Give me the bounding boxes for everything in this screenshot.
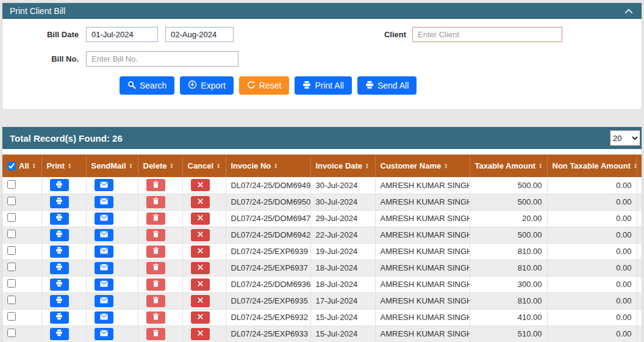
cancel-button[interactable]	[191, 278, 210, 291]
header-invoice-date[interactable]: Invoice Date▲▼	[310, 155, 375, 177]
trash-icon	[152, 296, 159, 305]
delete-button[interactable]	[146, 311, 165, 324]
cancel-button[interactable]	[191, 328, 210, 340]
header-print[interactable]: Print▲▼	[41, 155, 86, 177]
close-icon	[197, 230, 204, 239]
print-button[interactable]	[50, 179, 69, 191]
sendmail-button[interactable]	[95, 246, 113, 258]
page-size-select[interactable]: 20	[610, 130, 640, 146]
invoice-no-cell: DL07/24-25/DOM6950	[226, 194, 310, 210]
reset-icon	[247, 81, 256, 91]
delete-button[interactable]	[146, 328, 165, 340]
bill-no-input[interactable]	[86, 51, 238, 67]
row-delete-cell	[138, 227, 182, 243]
cancel-button[interactable]	[191, 295, 210, 307]
sendmail-button[interactable]	[95, 213, 113, 225]
export-icon	[188, 80, 197, 91]
row-checkbox[interactable]	[7, 296, 16, 304]
export-button[interactable]: Export	[180, 76, 233, 95]
row-checkbox[interactable]	[7, 230, 16, 238]
table-row: DL07/24-25/EXP6935 17-Jul-2024 AMRESH KU…	[2, 293, 642, 309]
print-button[interactable]	[50, 311, 69, 324]
print-button[interactable]	[50, 295, 69, 307]
print-button[interactable]	[50, 213, 69, 225]
header-invoice-no[interactable]: Invocie No▲▼	[226, 155, 310, 177]
row-select-cell	[2, 293, 41, 309]
sendmail-button[interactable]	[95, 295, 113, 307]
header-delete[interactable]: Delete▲▼	[138, 155, 182, 177]
sendmail-button[interactable]	[95, 328, 113, 340]
header-non-taxable-amount[interactable]: Non Taxable Amount▲▼	[547, 155, 637, 177]
row-sendmail-cell	[86, 227, 138, 243]
print-button[interactable]	[50, 196, 69, 208]
non-taxable-amount-cell: 0.00	[547, 227, 637, 243]
trash-icon	[152, 280, 159, 289]
send-all-button[interactable]: Send All	[357, 76, 417, 95]
sendmail-button[interactable]	[95, 278, 113, 291]
row-print-cell	[41, 293, 86, 309]
delete-button[interactable]	[146, 278, 165, 291]
cancel-button[interactable]	[191, 246, 210, 258]
select-all-checkbox[interactable]	[7, 162, 16, 170]
header-all[interactable]: All▲▼	[2, 155, 41, 177]
print-button[interactable]	[50, 278, 69, 291]
print-button[interactable]	[50, 229, 69, 241]
printer-icon	[55, 247, 63, 256]
cancel-button[interactable]	[191, 196, 210, 208]
sendmail-button[interactable]	[95, 311, 113, 324]
sendmail-button[interactable]	[95, 229, 113, 241]
delete-button[interactable]	[146, 229, 165, 241]
bill-date-from-input[interactable]	[86, 27, 158, 42]
customer-name-cell: AMRESH KUMAR SINGH	[375, 293, 470, 309]
row-sendmail-cell	[86, 309, 138, 326]
extra-cell	[637, 177, 642, 194]
header-sendmail[interactable]: SendMail▲▼	[86, 155, 138, 177]
cancel-button[interactable]	[191, 213, 210, 225]
print-button[interactable]	[50, 246, 69, 258]
header-customer-name[interactable]: Customer Name▲▼	[375, 155, 470, 177]
row-checkbox[interactable]	[7, 329, 16, 337]
collapse-chevron-up-icon[interactable]	[624, 6, 633, 16]
bill-date-to-input[interactable]	[165, 27, 234, 42]
delete-button[interactable]	[146, 246, 165, 258]
delete-button[interactable]	[146, 213, 165, 225]
cancel-button[interactable]	[191, 262, 210, 274]
non-taxable-amount-cell: 0.00	[547, 276, 637, 293]
print-button[interactable]	[50, 328, 69, 340]
invoice-no-cell: DL07/24-25/EXP6933	[226, 326, 310, 342]
sendmail-button[interactable]	[95, 196, 113, 208]
row-checkbox[interactable]	[7, 246, 16, 255]
print-button[interactable]	[50, 262, 69, 274]
delete-button[interactable]	[146, 196, 165, 208]
results-panel: Total Record(s) Found: 26 20 All▲▼ Print…	[2, 126, 642, 342]
search-button[interactable]: Search	[120, 76, 174, 95]
invoice-no-cell: DL07/24-25/DOM6947	[226, 210, 310, 227]
row-checkbox[interactable]	[7, 180, 16, 189]
trash-icon	[152, 313, 159, 322]
row-checkbox[interactable]	[7, 312, 16, 321]
cancel-button[interactable]	[191, 229, 210, 241]
row-checkbox[interactable]	[7, 279, 16, 288]
print-all-button[interactable]: Print All	[295, 76, 351, 95]
cancel-button[interactable]	[191, 311, 210, 324]
sort-icon: ▲▼	[170, 163, 174, 169]
sendmail-button[interactable]	[95, 262, 113, 274]
row-select-cell	[2, 177, 41, 194]
row-delete-cell	[138, 293, 182, 309]
delete-button[interactable]	[146, 262, 165, 274]
row-checkbox[interactable]	[7, 213, 16, 222]
row-checkbox[interactable]	[7, 197, 16, 205]
table-row: DL07/24-25/EXP6933 15-Jul-2024 AMRESH KU…	[2, 326, 642, 342]
header-taxable-amount[interactable]: Taxable Amount▲▼	[470, 155, 547, 177]
row-checkbox[interactable]	[7, 263, 16, 271]
delete-button[interactable]	[146, 295, 165, 307]
cancel-button[interactable]	[191, 179, 210, 191]
reset-button[interactable]: Reset	[239, 76, 290, 95]
sendmail-button[interactable]	[95, 179, 113, 191]
client-input[interactable]	[412, 27, 562, 42]
delete-button[interactable]	[146, 179, 165, 191]
header-cancel[interactable]: Cancel▲▼	[182, 155, 226, 177]
extra-cell	[637, 260, 642, 276]
row-delete-cell	[138, 177, 182, 194]
taxable-amount-cell: 500.00	[470, 227, 547, 243]
